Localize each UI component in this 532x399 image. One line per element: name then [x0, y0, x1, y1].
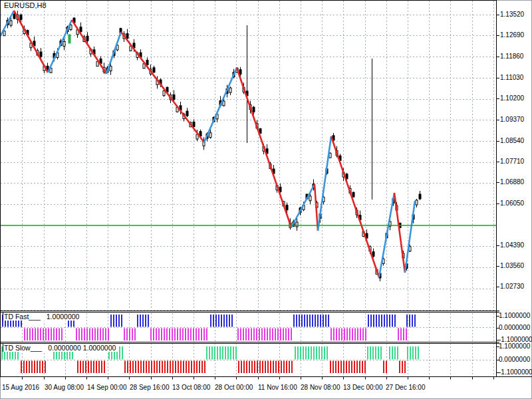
- time-tick-label: 15 Aug 2016: [2, 384, 39, 392]
- price-tick-label: 1.11860: [500, 53, 523, 61]
- td-fast-scale-label: 0.0000000: [499, 324, 530, 332]
- time-tick-label: 11 Nov 16:00: [258, 384, 297, 392]
- price-tick-label: 1.03560: [500, 262, 524, 270]
- symbol-timeframe-label: EURUSD,H8: [4, 1, 47, 9]
- time-tick-label: 28 Nov 08:00: [301, 384, 340, 392]
- price-tick-label: 1.13520: [500, 11, 524, 19]
- td-slow-name: TD Slow___: [4, 344, 42, 352]
- price-tick-label: 1.06050: [500, 200, 524, 207]
- mt4-chart-window: EURUSD,H8 TD Fast___ 1.0000000 TD Slow__…: [0, 0, 532, 399]
- price-tick-label: 1.12690: [500, 31, 524, 39]
- price-tick-label: 1.02730: [500, 283, 524, 291]
- td-fast-indicator-label: TD Fast___ 1.0000000: [3, 313, 81, 321]
- price-tick-label: 1.11030: [500, 74, 523, 82]
- time-tick-label: 14 Sep 00:00: [87, 384, 127, 392]
- price-tick-label: 1.10200: [500, 94, 524, 102]
- price-tick-label: 1.08540: [500, 137, 524, 145]
- price-tick-label: 1.06880: [500, 178, 524, 186]
- time-tick-label: 13 Dec 00:00: [343, 384, 383, 392]
- chart-canvas[interactable]: [0, 0, 532, 399]
- td-slow-scale-label: 0.0000000: [499, 356, 530, 364]
- time-tick-label: 27 Dec 16:00: [386, 384, 426, 392]
- time-tick-label: 30 Aug 08:00: [45, 384, 84, 392]
- price-tick-label: 1.07710: [500, 158, 524, 166]
- td-slow-values: 0.0000000 1.0000000: [48, 344, 116, 352]
- td-slow-scale-label: 1.1000000: [499, 342, 530, 350]
- time-tick-label: 28 Oct 00:00: [215, 384, 253, 392]
- time-tick-label: 13 Oct 08:00: [172, 384, 210, 392]
- td-fast-values: 1.0000000: [47, 313, 80, 321]
- td-slow-scale-label: -1.1000000: [499, 368, 532, 376]
- td-slow-indicator-label: TD Slow___ 0.0000000 1.0000000: [3, 344, 118, 352]
- td-fast-name: TD Fast___: [4, 313, 41, 321]
- price-tick-label: 1.09370: [500, 116, 524, 124]
- td-fast-scale-label: 1.1000000: [499, 312, 530, 320]
- current-price-tag: 1.05235: [497, 221, 530, 230]
- time-tick-label: 28 Sep 16:00: [130, 384, 170, 392]
- price-tick-label: 1.04390: [500, 241, 524, 249]
